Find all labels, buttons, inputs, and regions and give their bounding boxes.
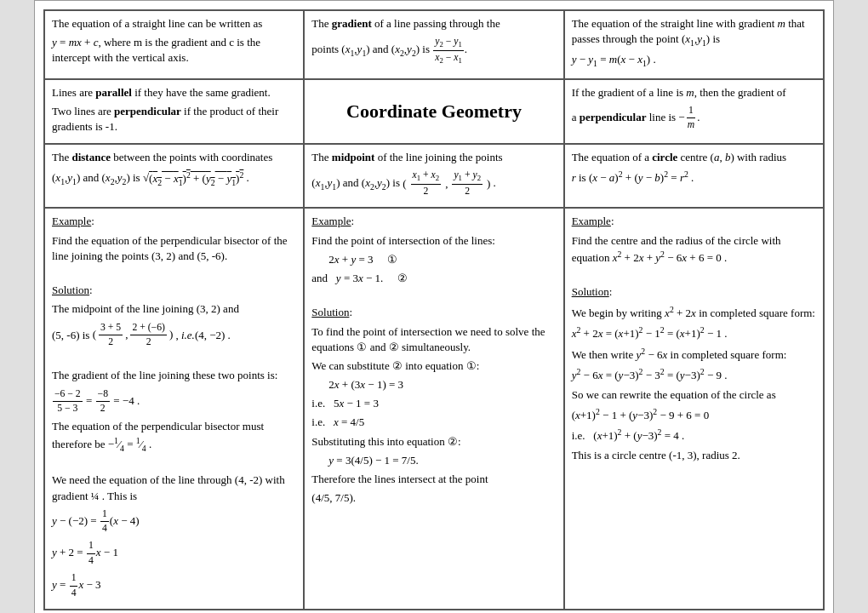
page: The equation of a straight line can be w…: [34, 0, 834, 613]
cell-r2c2-title: Coordinate Geometry: [304, 79, 563, 145]
cell-r4c1: Example: Find the equation of the perpen…: [44, 208, 304, 610]
cell-r4c2: Example: Find the point of intersection …: [304, 208, 563, 610]
cell-r1c3: The equation of the straight line with g…: [564, 10, 824, 79]
cell-r4c3: Example: Find the centre and the radius …: [564, 208, 824, 610]
cell-r3c1: The distance between the points with coo…: [44, 144, 304, 208]
cell-r3c3: The equation of a circle centre (a, b) w…: [564, 144, 824, 208]
main-grid: The equation of a straight line can be w…: [43, 9, 825, 610]
cell-r1c2: The gradient of a line passing through t…: [304, 10, 563, 79]
cell-r3c2: The midpoint of the line joining the poi…: [304, 144, 563, 208]
cell-r2c1: Lines are parallel if they have the same…: [44, 79, 304, 145]
cell-r1c1: The equation of a straight line can be w…: [44, 10, 304, 79]
cell-r2c3: If the gradient of a line is m, then the…: [564, 79, 824, 145]
page-title: Coordinate Geometry: [346, 100, 522, 123]
